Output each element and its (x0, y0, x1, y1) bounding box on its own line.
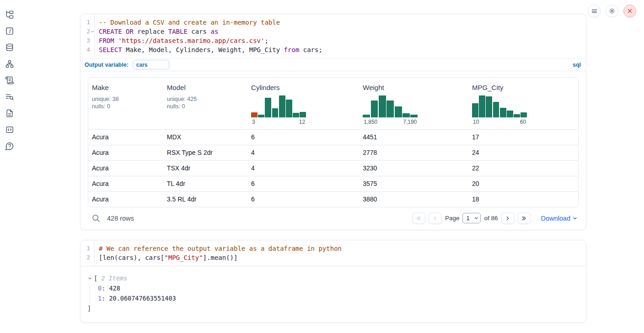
language-tag: sql (573, 62, 581, 68)
column-header-weight[interactable]: Weight1,8507,190 (359, 78, 468, 129)
line-number: 4 (86, 45, 90, 54)
close-bracket: ] (87, 303, 579, 313)
items-count-label: 2 Items (101, 273, 127, 283)
code-line: 1-- Download a CSV and create an in-memo… (80, 18, 586, 27)
output-variable-bar: Output variable: sql (80, 58, 586, 71)
table-cell: Acura (88, 161, 163, 176)
table-cell: Acura (88, 130, 163, 145)
table-cell: TSX 4dr (163, 161, 247, 176)
column-header-model[interactable]: Modelunique: 425nulls: 0 (163, 78, 247, 129)
histogram-weight[interactable]: 1,8507,190 (363, 95, 418, 125)
table-cell: 3575 (359, 176, 468, 191)
histogram-bar[interactable] (521, 112, 527, 117)
output-variable-input[interactable] (133, 60, 169, 69)
histogram-bar[interactable] (410, 115, 418, 117)
histogram-min-label: 1,850 (364, 119, 377, 125)
search-icon[interactable] (92, 214, 100, 222)
line-number: 1 (86, 244, 90, 253)
scratchpad-icon[interactable] (5, 76, 14, 85)
settings-gear-icon[interactable] (606, 5, 618, 17)
column-stat: unique: 425 (167, 95, 244, 103)
sql-code-editor[interactable]: 1-- Download a CSV and create an in-memo… (80, 14, 586, 58)
notebook: 1-- Download a CSV and create an in-memo… (80, 14, 586, 323)
code-line: 4SELECT Make, Model, Cylinders, Weight, … (80, 45, 586, 54)
shutdown-x-icon[interactable] (623, 5, 636, 17)
page-select[interactable]: 1 (462, 213, 481, 223)
variables-icon[interactable]: f (5, 26, 14, 36)
histogram-bar[interactable] (493, 102, 499, 117)
python-code-editor[interactable]: 1# We can reference the output variable … (80, 240, 586, 266)
sql-cell: 1-- Download a CSV and create an in-memo… (80, 14, 586, 230)
histogram-bar[interactable] (272, 108, 279, 117)
table-row[interactable]: AcuraMDX6445117 (88, 130, 578, 145)
line-number: 3 (86, 36, 90, 45)
python-output-area: [ 2 Items 0: 4281: 20.060747663551403 ] (80, 266, 586, 322)
histogram-mpg_city[interactable]: 1060 (472, 95, 527, 125)
dependencies-icon[interactable] (5, 59, 14, 69)
histogram-bar[interactable] (395, 106, 402, 117)
histogram-bar[interactable] (363, 115, 370, 117)
menu-icon[interactable] (588, 5, 601, 17)
histogram-max-label: 12 (299, 119, 305, 125)
next-page-button[interactable] (501, 212, 515, 224)
histogram-bar[interactable] (472, 103, 478, 117)
open-bracket: [ (94, 273, 97, 283)
line-number: 2 (86, 253, 90, 262)
column-header-make[interactable]: Makeunique: 38nulls: 0 (88, 78, 163, 129)
histogram-bar[interactable] (279, 95, 285, 117)
histogram-bar[interactable] (258, 115, 264, 117)
notebook-actions (588, 5, 636, 17)
svg-text:f: f (9, 28, 12, 34)
histogram-min-label: 10 (473, 119, 479, 125)
last-page-button[interactable] (518, 212, 531, 224)
histogram-max-label: 7,190 (403, 119, 417, 125)
logs-icon[interactable] (5, 92, 14, 101)
table-body: AcuraMDX6445117AcuraRSX Type S 2dr427782… (88, 130, 578, 207)
table-cell: RSX Type S 2dr (163, 145, 247, 160)
documentation-icon[interactable] (5, 125, 14, 134)
histogram-bar[interactable] (293, 113, 299, 117)
datasources-icon[interactable] (5, 43, 14, 52)
histogram-bar[interactable] (479, 95, 485, 117)
tree-collapse-chevron-icon[interactable] (87, 276, 92, 281)
histogram-bar[interactable] (402, 113, 410, 117)
histogram-bar[interactable] (300, 112, 306, 117)
table-row[interactable]: AcuraTSX 4dr4323022 (88, 160, 578, 176)
table-cell: 2778 (359, 145, 468, 160)
column-header-cylinders[interactable]: Cylinders312 (247, 78, 359, 129)
table-cell: 3880 (359, 192, 468, 207)
page-label: Page (445, 215, 460, 222)
line-number: 2 (86, 27, 90, 36)
histogram-bar[interactable] (500, 108, 506, 117)
code-line: 3FROM 'https://datasets.marimo.app/cars.… (80, 36, 586, 45)
first-page-button[interactable] (412, 212, 425, 224)
chevron-down-icon (572, 216, 578, 221)
prev-page-button[interactable] (429, 212, 442, 224)
download-label: Download (541, 215, 571, 222)
histogram-bar[interactable] (265, 98, 271, 117)
histogram-bar[interactable] (386, 100, 394, 117)
sql-output-area: Makeunique: 38nulls: 0Modelunique: 425nu… (80, 71, 586, 230)
table-cell: TL 4dr (163, 176, 247, 191)
snippets-icon[interactable] (5, 109, 14, 118)
histogram-bar[interactable] (371, 100, 378, 117)
histogram-bar[interactable] (379, 95, 386, 117)
column-header-mpg_city[interactable]: MPG_City1060 (468, 78, 578, 129)
histogram-bar[interactable] (507, 111, 513, 117)
file-explorer-icon[interactable] (5, 10, 14, 19)
help-icon[interactable] (5, 142, 14, 151)
download-button[interactable]: Download (541, 215, 578, 222)
table-row[interactable]: Acura3.5 RL 4dr6388018 (88, 191, 578, 207)
table-row[interactable]: AcuraRSX Type S 2dr4277824 (88, 145, 578, 160)
histogram-bar[interactable] (486, 96, 492, 117)
fold-chevron-icon[interactable] (90, 30, 94, 33)
histogram-cylinders[interactable]: 312 (251, 95, 306, 125)
histogram-bar[interactable] (514, 114, 520, 117)
histogram-bar[interactable] (251, 112, 258, 117)
table-row[interactable]: AcuraTL 4dr6357520 (88, 176, 578, 191)
table-cell: 6 (247, 130, 359, 145)
page-total: of 86 (484, 215, 498, 222)
table-cell: Acura (88, 145, 163, 160)
table-cell: 20 (468, 176, 578, 191)
histogram-bar[interactable] (286, 100, 292, 117)
